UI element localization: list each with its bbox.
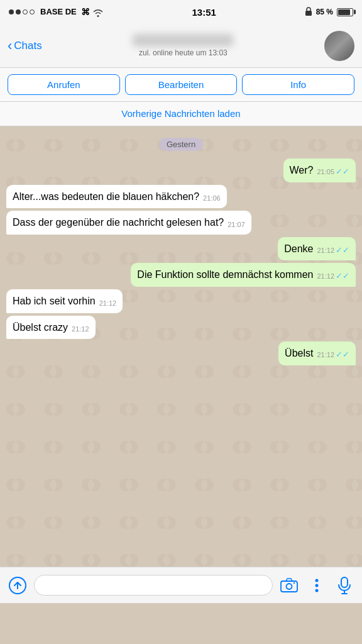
- status-left: BASE DE ⌘: [9, 7, 104, 17]
- read-checkmarks: ✓✓: [336, 350, 349, 359]
- battery-percent: 85 %: [316, 8, 333, 16]
- message-row: Alter...was bedeuten die blauen häkchen?…: [6, 185, 356, 209]
- svg-point-4: [293, 582, 295, 583]
- read-checkmarks: ✓✓: [336, 245, 349, 255]
- back-chevron-icon: ‹: [8, 39, 12, 53]
- read-checkmarks: ✓✓: [336, 271, 349, 280]
- message-row: Hab ich seit vorhin21:12: [6, 289, 356, 313]
- bubble-text: Dass der gegenüber die nachricht gelesen…: [13, 217, 224, 228]
- status-bar: BASE DE ⌘ 13:51 85 %: [0, 0, 362, 24]
- bubble-meta: 21:06: [203, 194, 221, 203]
- message-input[interactable]: [34, 575, 273, 596]
- bubble-meta: 21:12: [72, 325, 89, 334]
- chat-area: Gestern Wer?21:05✓✓Alter...was bedeuten …: [0, 126, 362, 567]
- wifi-icon: ⌘: [81, 7, 104, 17]
- signal-dot-3: [23, 9, 28, 14]
- more-button[interactable]: [305, 574, 328, 597]
- nav-center: zul. online heute um 13:03: [48, 34, 318, 57]
- bubble-text: Übelst crazy: [13, 322, 68, 333]
- bubble-meta: 21:05✓✓: [317, 166, 349, 177]
- message-row: Denke21:12✓✓: [6, 237, 356, 261]
- svg-point-7: [315, 589, 319, 592]
- edit-button[interactable]: Bearbeiten: [125, 74, 238, 95]
- info-button[interactable]: Info: [242, 74, 354, 95]
- bubble-5: Die Funktion sollte demnächst kommen21:1…: [131, 263, 356, 287]
- svg-point-5: [315, 579, 319, 582]
- mic-icon: [337, 577, 351, 594]
- bubble-1: Wer?21:05✓✓: [283, 158, 356, 182]
- messages-container: Wer?21:05✓✓Alter...was bedeuten die blau…: [6, 158, 356, 365]
- carrier-name: BASE DE: [40, 7, 77, 16]
- message-row: Übelst crazy21:12: [6, 316, 356, 340]
- back-button[interactable]: ‹ Chats: [8, 39, 42, 53]
- call-button[interactable]: Anrufen: [8, 74, 120, 95]
- svg-rect-0: [305, 11, 312, 16]
- action-bar: Anrufen Bearbeiten Info: [0, 68, 362, 102]
- bottom-bar: [0, 567, 362, 603]
- status-right: 85 %: [305, 7, 353, 18]
- bubble-2: Alter...was bedeuten die blauen häkchen?…: [6, 185, 227, 209]
- bubble-text: Wer?: [290, 165, 314, 175]
- avatar[interactable]: [324, 31, 354, 61]
- svg-point-3: [287, 584, 292, 589]
- bubble-4: Denke21:12✓✓: [278, 237, 356, 261]
- load-more-button[interactable]: Vorherige Nachrichten laden: [121, 108, 240, 119]
- camera-icon: [280, 578, 298, 593]
- bubble-text: Alter...was bedeuten die blauen häkchen?: [13, 191, 199, 202]
- bubble-meta: 21:07: [228, 220, 245, 230]
- message-row: Wer?21:05✓✓: [6, 158, 356, 182]
- nav-bar: ‹ Chats zul. online heute um 13:03: [0, 24, 362, 68]
- svg-point-6: [315, 584, 319, 587]
- lock-icon: [305, 7, 312, 18]
- bubble-text: Denke: [284, 243, 313, 254]
- message-row: Die Funktion sollte demnächst kommen21:1…: [6, 263, 356, 287]
- last-seen: zul. online heute um 13:03: [139, 48, 228, 57]
- bubble-meta: 21:12: [99, 299, 117, 308]
- signal-dot-2: [16, 9, 21, 14]
- bubble-meta: 21:12✓✓: [317, 270, 349, 282]
- message-row: Dass der gegenüber die nachricht gelesen…: [6, 211, 356, 235]
- contact-name: [133, 34, 233, 47]
- back-label: Chats: [14, 40, 41, 52]
- bubble-3: Dass der gegenüber die nachricht gelesen…: [6, 211, 251, 235]
- upload-icon: [8, 576, 27, 595]
- bubble-text: Hab ich seit vorhin: [13, 296, 96, 306]
- signal-dot-1: [9, 9, 14, 14]
- bubble-meta: 21:12✓✓: [317, 245, 349, 256]
- battery-icon: [337, 8, 353, 16]
- bubble-text: Übelst: [285, 348, 313, 358]
- mic-button[interactable]: [333, 574, 356, 597]
- date-badge-text: Gestern: [159, 138, 203, 151]
- upload-button[interactable]: [6, 574, 29, 597]
- load-more-bar: Vorherige Nachrichten laden: [0, 102, 362, 126]
- bubble-7: Übelst crazy21:12: [6, 316, 96, 340]
- more-icon: [315, 579, 319, 592]
- status-time: 13:51: [192, 7, 216, 18]
- bubble-6: Hab ich seit vorhin21:12: [6, 289, 123, 313]
- bubble-meta: 21:12✓✓: [317, 349, 349, 360]
- svg-rect-8: [341, 577, 348, 587]
- signal-dot-4: [30, 9, 35, 14]
- bubble-8: Übelst21:12✓✓: [278, 341, 356, 365]
- bubble-text: Die Funktion sollte demnächst kommen: [137, 269, 313, 280]
- date-badge: Gestern: [6, 138, 356, 151]
- camera-button[interactable]: [278, 574, 300, 597]
- message-row: Übelst21:12✓✓: [6, 341, 356, 365]
- read-checkmarks: ✓✓: [336, 167, 349, 176]
